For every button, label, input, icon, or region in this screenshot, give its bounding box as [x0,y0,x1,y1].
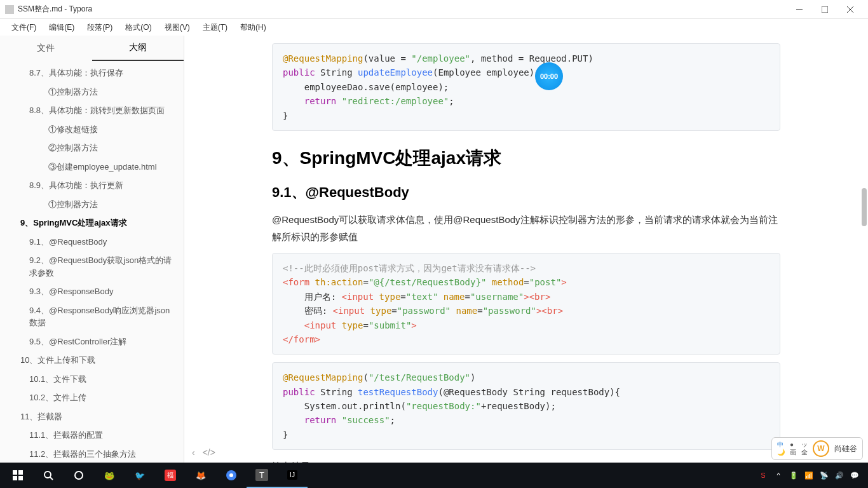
code-block-2[interactable]: <!--此时必须使用post请求方式，因为get请求没有请求体--> <form… [272,253,780,355]
svg-rect-1 [822,6,828,13]
outline-item[interactable]: 8.7、具体功能：执行保存 [0,64,184,83]
outline-item[interactable]: ③创建employee_update.html [0,158,184,177]
outline-item[interactable]: ②控制器方法 [0,139,184,158]
scrollbar-thumb[interactable] [862,188,867,226]
outline-item[interactable]: 8.9、具体功能：执行更新 [0,176,184,195]
ime-bar[interactable]: 中🌙 ●画 ッ全 W 尚硅谷 [771,437,863,460]
outline-item[interactable]: 9、SpringMVC处理ajax请求 [0,214,184,233]
outline-item[interactable]: 10.2、文件上传 [0,388,184,407]
heading-2[interactable]: 9.1、@RequestBody [272,183,780,202]
outline-item[interactable]: 9.1、@RequestBody [0,233,184,252]
menu-format[interactable]: 格式(O) [119,20,158,36]
outline-item[interactable]: 10.1、文件下载 [0,370,184,389]
menu-paragraph[interactable]: 段落(P) [81,20,119,36]
heading-1[interactable]: 9、SpringMVC处理ajax请求 [272,146,780,170]
menu-edit[interactable]: 编辑(E) [43,20,81,36]
back-icon[interactable]: ‹ [192,447,195,458]
ime-logo-icon: W [813,440,829,457]
outline-item[interactable]: 9.5、@RestController注解 [0,332,184,351]
bottom-tools: ‹ </> [192,447,215,458]
code-toggle-icon[interactable]: </> [203,447,215,458]
minimize-button[interactable] [787,1,812,18]
ime-brand: 尚硅谷 [834,444,857,454]
menu-bar: 文件(F) 编辑(E) 段落(P) 格式(O) 视图(V) 主题(T) 帮助(H… [0,19,868,36]
menu-help[interactable]: 帮助(H) [234,20,273,36]
outline-item[interactable]: 9.2、@RequestBody获取json格式的请求参数 [0,251,184,282]
app-icon [5,5,14,14]
tab-file[interactable]: 文件 [0,36,92,60]
svg-rect-0 [796,9,803,10]
outline-item[interactable]: 8.8、具体功能：跳转到更新数据页面 [0,101,184,120]
timer-badge[interactable]: 00:00 [535,62,563,90]
outline-list[interactable]: 8.7、具体功能：执行保存①控制器方法8.8、具体功能：跳转到更新数据页面①修改… [0,61,184,463]
content-area[interactable]: @RequestMapping(value = "/employee", met… [184,36,868,463]
menu-view[interactable]: 视图(V) [158,20,196,36]
outline-item[interactable]: 10、文件上传和下载 [0,351,184,370]
outline-item[interactable]: ①控制器方法 [0,195,184,214]
close-button[interactable] [837,1,863,18]
maximize-button[interactable] [812,1,837,18]
outline-item[interactable]: 11、拦截器 [0,407,184,426]
menu-file[interactable]: 文件(F) [5,20,43,36]
sidebar-tabs: 文件 大纲 [0,36,184,61]
tab-outline[interactable]: 大纲 [92,36,184,61]
outline-item[interactable]: 11.1、拦截器的配置 [0,426,184,445]
window-title: SSM整合.md - Typora [18,4,787,15]
paragraph-1[interactable]: @RequestBody可以获取请求体信息，使用@RequestBody注解标识… [272,211,780,245]
menu-theme[interactable]: 主题(T) [196,20,234,36]
outline-item[interactable]: 9.4、@ResponseBody响应浏览器json数据 [0,301,184,332]
title-bar: SSM整合.md - Typora [0,0,868,19]
outline-item[interactable]: 9.3、@ResponseBody [0,282,184,301]
sidebar: 文件 大纲 8.7、具体功能：执行保存①控制器方法8.8、具体功能：跳转到更新数… [0,36,184,463]
outline-item[interactable]: 11.2、拦截器的三个抽象方法 [0,445,184,463]
outline-item[interactable]: ①修改超链接 [0,120,184,139]
outline-item[interactable]: ①控制器方法 [0,83,184,102]
paragraph-2[interactable]: 输出结果： [272,458,780,463]
code-block-1[interactable]: @RequestMapping(value = "/employee", met… [272,43,780,131]
code-block-3[interactable]: @RequestMapping("/test/RequestBody") pub… [272,362,780,450]
